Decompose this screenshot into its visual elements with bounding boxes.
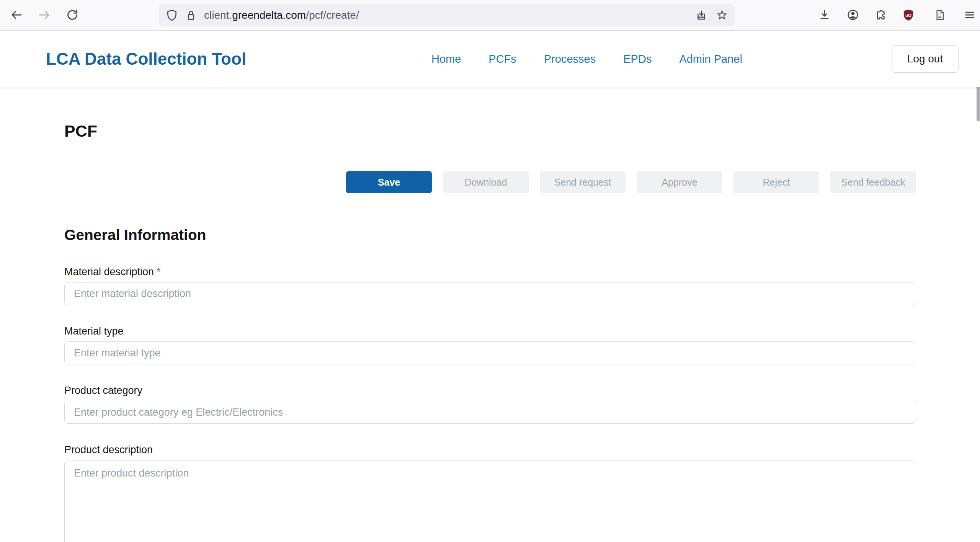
site-header: LCA Data Collection Tool Home PCFs Proce… (0, 31, 980, 87)
forward-button[interactable] (36, 7, 53, 24)
nav-item-epds[interactable]: EPDs (623, 53, 652, 65)
url-path: /pcf/create/ (306, 9, 359, 21)
section-divider (64, 215, 916, 215)
approve-button[interactable]: Approve (637, 171, 722, 193)
logout-button[interactable]: Log out (892, 45, 959, 73)
menu-icon (963, 8, 977, 23)
nav-item-processes[interactable]: Processes (544, 53, 596, 65)
extensions-icon (874, 8, 887, 23)
url-text[interactable]: client.greendelta.com/pcf/create/ (204, 9, 359, 21)
back-icon (9, 8, 24, 23)
required-asterisk: * (157, 266, 161, 278)
save-page-icon[interactable] (694, 8, 709, 23)
save-button[interactable]: Save (346, 171, 432, 193)
material-description-input[interactable] (64, 282, 916, 305)
lock-icon[interactable] (183, 8, 199, 23)
reject-button[interactable]: Reject (733, 171, 819, 193)
menu-button[interactable] (961, 7, 978, 24)
send-feedback-button[interactable]: Send feedback (830, 171, 916, 193)
reader-page-button[interactable] (931, 7, 948, 24)
product-description-textarea[interactable] (64, 460, 916, 542)
field-material-type: Material type (64, 325, 916, 364)
forward-icon (37, 8, 52, 23)
send-request-button[interactable]: Send request (540, 171, 626, 193)
nav-item-home[interactable]: Home (431, 53, 461, 65)
nav-item-pcfs[interactable]: PCFs (488, 53, 516, 65)
page-title: PCF (64, 122, 97, 140)
reload-button[interactable] (64, 7, 81, 24)
ublock-badge-text: uO (905, 12, 911, 17)
ublock-icon: uO (902, 8, 915, 23)
downloads-button[interactable] (816, 7, 833, 24)
app-logo[interactable]: LCA Data Collection Tool (46, 49, 246, 69)
material-type-label: Material type (64, 325, 916, 338)
main-nav: Home PCFs Processes EPDs Admin Panel (431, 53, 742, 65)
field-product-category: Product category (64, 384, 916, 424)
url-domain: greendelta.com (232, 9, 306, 21)
shield-icon[interactable] (164, 8, 180, 23)
browser-toolbar: client.greendelta.com/pcf/create/ uO (0, 0, 980, 31)
download-button[interactable]: Download (443, 171, 529, 193)
product-category-label: Product category (64, 384, 916, 397)
action-button-row: Save Download Send request Approve Rejec… (64, 171, 916, 193)
ublock-button[interactable]: uO (900, 7, 917, 24)
field-material-description: Material description* (64, 266, 916, 305)
reload-icon (65, 8, 80, 23)
extensions-button[interactable] (872, 7, 889, 24)
reader-page-icon (933, 8, 947, 23)
product-description-label: Product description (64, 444, 916, 456)
url-bar[interactable]: client.greendelta.com/pcf/create/ (159, 4, 735, 26)
bookmark-star-icon[interactable] (714, 8, 730, 23)
section-title: General Information (64, 227, 206, 243)
material-description-label: Material description* (64, 266, 916, 278)
downloads-icon (818, 8, 831, 23)
material-type-input[interactable] (64, 341, 916, 364)
field-product-description: Product description (64, 444, 916, 542)
product-category-input[interactable] (64, 401, 916, 424)
account-icon (846, 8, 860, 23)
back-button[interactable] (8, 7, 25, 24)
nav-item-admin-panel[interactable]: Admin Panel (679, 53, 742, 65)
url-subdomain: client. (204, 9, 232, 21)
account-button[interactable] (844, 7, 861, 24)
